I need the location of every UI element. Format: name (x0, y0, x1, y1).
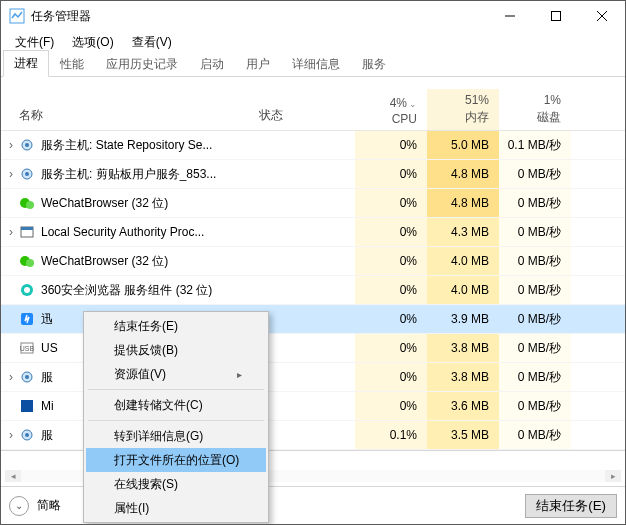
tab-processes[interactable]: 进程 (3, 50, 49, 77)
process-icon (19, 369, 35, 385)
scroll-right-icon[interactable]: ▸ (605, 470, 621, 482)
tab-bar: 进程 性能 应用历史记录 启动 用户 详细信息 服务 (1, 53, 625, 77)
cell-disk: 0 MB/秒 (499, 305, 571, 333)
tab-details[interactable]: 详细信息 (281, 51, 351, 77)
close-button[interactable] (579, 1, 625, 31)
process-row[interactable]: ›服务主机: 剪贴板用户服务_853...0%4.8 MB0 MB/秒 (1, 160, 625, 189)
minimize-button[interactable] (487, 1, 533, 31)
svg-point-6 (25, 143, 29, 147)
scroll-left-icon[interactable]: ◂ (5, 470, 21, 482)
process-name: 迅 (41, 311, 53, 328)
cm-resource-values-label: 资源值(V) (114, 366, 166, 383)
cell-name: ›服务主机: 剪贴板用户服务_853... (1, 166, 259, 183)
context-menu: 结束任务(E) 提供反馈(B) 资源值(V)▸ 创建转储文件(C) 转到详细信息… (83, 311, 269, 523)
col-name-header[interactable]: 名称 (1, 89, 259, 130)
cm-go-details[interactable]: 转到详细信息(G) (86, 424, 266, 448)
cell-memory: 4.3 MB (427, 218, 499, 246)
col-cpu-header[interactable]: 4%⌄ CPU (355, 89, 427, 130)
cm-properties[interactable]: 属性(I) (86, 496, 266, 520)
maximize-button[interactable] (533, 1, 579, 31)
cell-memory: 4.8 MB (427, 160, 499, 188)
cell-memory: 5.0 MB (427, 131, 499, 159)
cm-create-dump[interactable]: 创建转储文件(C) (86, 393, 266, 417)
window-title: 任务管理器 (31, 8, 487, 25)
process-name: WeChatBrowser (32 位) (41, 253, 168, 270)
process-row[interactable]: ›360安全浏览器 服务组件 (32 位)0%4.0 MB0 MB/秒 (1, 276, 625, 305)
cm-end-task[interactable]: 结束任务(E) (86, 314, 266, 338)
expand-icon[interactable]: › (3, 138, 19, 152)
cm-properties-label: 属性(I) (114, 500, 149, 517)
column-headers: 名称 状态 4%⌄ CPU 51% 内存 1% 磁盘 (1, 89, 625, 131)
memory-label: 内存 (427, 109, 489, 126)
cell-disk: 0 MB/秒 (499, 160, 571, 188)
cm-open-file-location[interactable]: 打开文件所在的位置(O) (86, 448, 266, 472)
cell-memory: 3.6 MB (427, 392, 499, 420)
tab-app-history[interactable]: 应用历史记录 (95, 51, 189, 77)
end-task-button[interactable]: 结束任务(E) (525, 494, 617, 518)
cell-cpu: 0% (355, 160, 427, 188)
cm-create-dump-label: 创建转储文件(C) (114, 397, 203, 414)
process-name: WeChatBrowser (32 位) (41, 195, 168, 212)
process-name: Mi (41, 399, 54, 413)
menu-options[interactable]: 选项(O) (64, 32, 121, 53)
cell-cpu: 0% (355, 189, 427, 217)
cell-cpu: 0% (355, 218, 427, 246)
process-icon (19, 224, 35, 240)
title-bar: 任务管理器 (1, 1, 625, 31)
cell-memory: 4.8 MB (427, 189, 499, 217)
cm-go-details-label: 转到详细信息(G) (114, 428, 203, 445)
process-row[interactable]: ›Local Security Authority Proc...0%4.3 M… (1, 218, 625, 247)
cm-search-online-label: 在线搜索(S) (114, 476, 178, 493)
process-row[interactable]: ›服务主机: State Repository Se...0%5.0 MB0.1… (1, 131, 625, 160)
process-row[interactable]: ›WeChatBrowser (32 位)0%4.0 MB0 MB/秒 (1, 247, 625, 276)
col-memory-header[interactable]: 51% 内存 (427, 89, 499, 130)
expand-icon[interactable]: › (3, 428, 19, 442)
cm-search-online[interactable]: 在线搜索(S) (86, 472, 266, 496)
process-name: Local Security Authority Proc... (41, 225, 204, 239)
cell-disk: 0 MB/秒 (499, 363, 571, 391)
svg-text:USB: USB (20, 345, 35, 352)
cm-feedback[interactable]: 提供反馈(B) (86, 338, 266, 362)
process-name: 服务主机: State Repository Se... (41, 137, 212, 154)
svg-point-16 (24, 287, 30, 293)
expand-icon[interactable]: › (3, 167, 19, 181)
cell-cpu: 0% (355, 247, 427, 275)
cell-cpu: 0% (355, 276, 427, 304)
svg-point-24 (25, 433, 29, 437)
cell-name: ›Local Security Authority Proc... (1, 224, 259, 240)
tab-services[interactable]: 服务 (351, 51, 397, 77)
process-icon (19, 137, 35, 153)
tab-performance[interactable]: 性能 (49, 51, 95, 77)
sort-caret-icon: ⌄ (409, 99, 417, 109)
cm-separator (88, 389, 264, 390)
cell-disk: 0.1 MB/秒 (499, 131, 571, 159)
process-icon (19, 311, 35, 327)
cell-name: ›360安全浏览器 服务组件 (32 位) (1, 282, 259, 299)
svg-point-21 (25, 375, 29, 379)
cell-disk: 0 MB/秒 (499, 218, 571, 246)
disk-label: 磁盘 (499, 109, 561, 126)
cell-memory: 3.8 MB (427, 334, 499, 362)
cell-disk: 0 MB/秒 (499, 421, 571, 449)
cell-name: ›WeChatBrowser (32 位) (1, 253, 259, 270)
process-name: 服 (41, 369, 53, 386)
process-name: US (41, 341, 58, 355)
col-disk-header[interactable]: 1% 磁盘 (499, 89, 571, 130)
cpu-percent: 4% (390, 96, 407, 110)
process-row[interactable]: ›WeChatBrowser (32 位)0%4.8 MB0 MB/秒 (1, 189, 625, 218)
cell-name: ›服务主机: State Repository Se... (1, 137, 259, 154)
fewer-details-toggle[interactable]: ⌄ (9, 496, 29, 516)
svg-rect-22 (21, 400, 33, 412)
tab-startup[interactable]: 启动 (189, 51, 235, 77)
cell-disk: 0 MB/秒 (499, 334, 571, 362)
cell-cpu: 0% (355, 334, 427, 362)
chevron-down-icon: ⌄ (15, 500, 23, 511)
col-status-header[interactable]: 状态 (259, 89, 355, 130)
tab-users[interactable]: 用户 (235, 51, 281, 77)
menu-view[interactable]: 查看(V) (124, 32, 180, 53)
expand-icon[interactable]: › (3, 370, 19, 384)
expand-icon[interactable]: › (3, 225, 19, 239)
process-icon (19, 253, 35, 269)
cm-resource-values[interactable]: 资源值(V)▸ (86, 362, 266, 386)
svg-rect-2 (552, 12, 561, 21)
